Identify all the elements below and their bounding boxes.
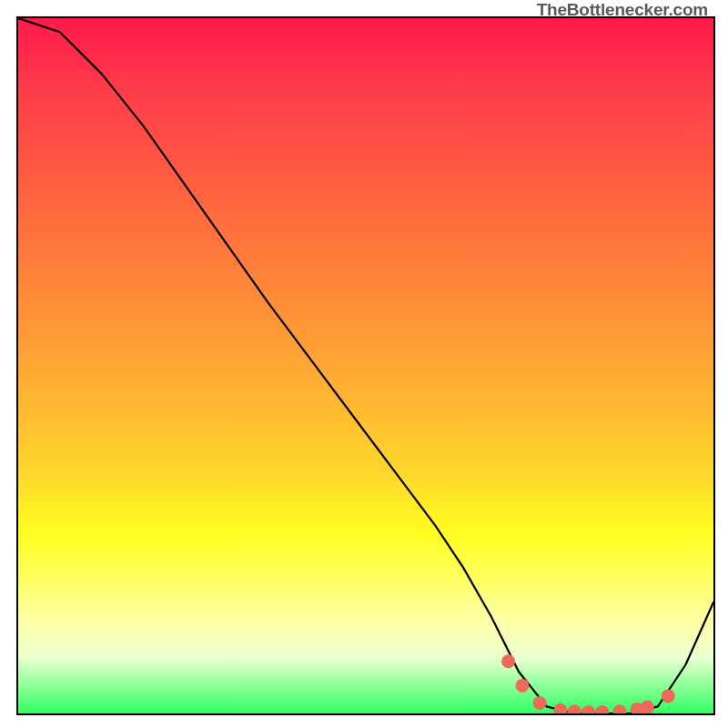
bottleneck-curve [18, 18, 713, 713]
watermark-text: TheBottlenecker.com [537, 0, 708, 20]
chart-frame [16, 16, 715, 715]
highlight-marker [515, 679, 529, 693]
highlight-marker [595, 705, 609, 713]
highlight-marker [553, 703, 567, 713]
highlight-marker [641, 701, 654, 713]
highlight-markers-group [501, 654, 675, 713]
highlight-marker [568, 704, 581, 713]
highlight-marker [612, 704, 626, 713]
highlight-marker [581, 705, 595, 713]
highlight-marker [533, 696, 547, 710]
chart-svg-layer [18, 18, 713, 713]
highlight-marker [501, 654, 515, 668]
highlight-marker [662, 689, 675, 703]
